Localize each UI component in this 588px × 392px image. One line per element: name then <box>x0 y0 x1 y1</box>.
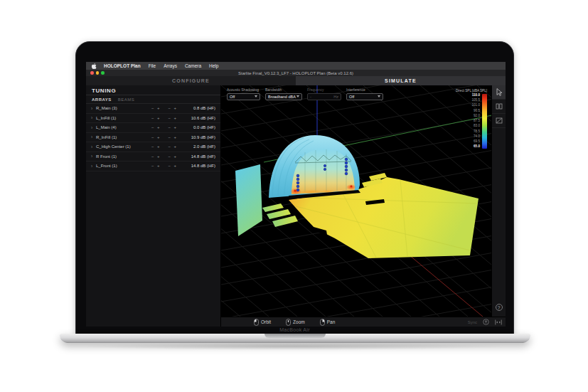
tab-configure[interactable]: CONFIGURE <box>86 76 296 85</box>
select-tool-button[interactable] <box>492 85 506 100</box>
laptop-bezel: HOLOPLOT Plan File Arrays Camera Help St… <box>75 41 514 334</box>
help-icon: ? <box>498 305 501 310</box>
mouse-wheel-icon <box>286 319 291 326</box>
menu-bar: HOLOPLOT Plan File Arrays Camera Help <box>86 62 506 70</box>
chart-icon <box>496 117 503 124</box>
frequency-unit: Hz <box>333 95 338 99</box>
mouse-left-button-icon <box>254 319 259 326</box>
scene: HOLOPLOT Plan File Arrays Camera Help St… <box>0 0 588 392</box>
trim-minus-button[interactable]: − <box>168 125 171 129</box>
menu-camera[interactable]: Camera <box>185 63 201 68</box>
laptop-shadow <box>81 343 509 350</box>
bandwidth-select[interactable]: Broadband dBA <box>265 93 302 100</box>
menu-arrays[interactable]: Arrays <box>164 63 177 68</box>
gain-minus-button[interactable]: − <box>151 164 154 168</box>
gain-plus-button[interactable]: + <box>157 125 160 129</box>
array-row[interactable]: › R_Main (3) −+−+ 0.8 dB (HF) <box>86 104 220 114</box>
tab-simulate[interactable]: SIMULATE <box>296 76 506 85</box>
acoustic-shadowing-value: Off <box>230 95 235 99</box>
array-gain-value: 0.8 dB (HF) <box>183 106 215 110</box>
pan-label: Pan <box>327 319 336 324</box>
trim-plus-button[interactable]: + <box>173 154 176 159</box>
expand-chevron-icon[interactable]: › <box>91 144 96 149</box>
gain-minus-button[interactable]: − <box>151 116 154 120</box>
recenter-icon[interactable] <box>483 319 489 325</box>
window-title: Starlite Final_V0.12.3_LF7 - HOLOPLOT Pl… <box>86 71 506 75</box>
array-gain-value: 14.8 dB (HF) <box>183 164 215 168</box>
array-row[interactable]: › C_High Center (1) −+−+ 2.0 dB (HF) <box>86 142 220 152</box>
trim-minus-button[interactable]: − <box>168 116 171 120</box>
expand-chevron-icon[interactable]: › <box>91 115 96 120</box>
trim-minus-button[interactable]: − <box>168 106 171 110</box>
laptop: HOLOPLOT Plan File Arrays Camera Help St… <box>60 41 530 347</box>
array-row[interactable]: › L_InFill (1) −+−+ 10.6 dB (HF) <box>86 114 220 124</box>
response-chart-button[interactable] <box>492 114 506 128</box>
gain-minus-button[interactable]: − <box>151 125 154 129</box>
fit-view-icon[interactable] <box>495 319 502 325</box>
expand-chevron-icon[interactable]: › <box>91 134 96 139</box>
gain-plus-button[interactable]: + <box>157 135 160 139</box>
trim-minus-button[interactable]: − <box>168 135 171 139</box>
array-row[interactable]: › R Front (1) −+−+ 14.8 dB (HF) <box>86 152 220 162</box>
trim-minus-button[interactable]: − <box>168 164 171 168</box>
help-button[interactable]: ? <box>496 304 503 311</box>
gain-minus-button[interactable]: − <box>151 106 154 110</box>
legend-colorbar <box>482 94 487 149</box>
trim-plus-button[interactable]: + <box>173 106 176 110</box>
interference-label: Interference <box>346 88 383 92</box>
laptop-base <box>60 334 530 343</box>
mode-tab-bar: CONFIGURE SIMULATE <box>86 76 506 85</box>
trim-plus-button[interactable]: + <box>173 125 176 129</box>
gain-minus-button[interactable]: − <box>151 144 154 149</box>
gain-plus-button[interactable]: + <box>157 144 160 149</box>
tab-arrays[interactable]: ARRAYS <box>92 97 112 102</box>
array-name: L_Main (4) <box>96 125 151 129</box>
array-row[interactable]: › R_InFill (1) −+−+ 10.9 dB (HF) <box>86 133 220 143</box>
zoom-hint: Zoom <box>286 319 305 326</box>
expand-chevron-icon[interactable]: › <box>91 154 96 159</box>
frequency-input[interactable]: - Hz <box>307 93 341 100</box>
expand-chevron-icon[interactable]: › <box>91 164 96 169</box>
spl-legend: Direct SPL [dBA SPL] 110.0 105.5 101.0 9… <box>443 89 487 149</box>
tuning-sidebar: TUNING ARRAYS BEAMS › R_Main (3) −+−+ 0.… <box>86 85 221 327</box>
gain-plus-button[interactable]: + <box>157 164 160 168</box>
trim-plus-button[interactable]: + <box>173 135 176 139</box>
expand-chevron-icon[interactable]: › <box>91 125 96 130</box>
tab-beams[interactable]: BEAMS <box>118 97 135 102</box>
expand-chevron-icon[interactable]: › <box>91 106 96 111</box>
menu-help[interactable]: Help <box>209 63 218 68</box>
app-screen: HOLOPLOT Plan File Arrays Camera Help St… <box>86 62 506 327</box>
chevron-down-icon <box>255 95 257 97</box>
array-row[interactable]: › L_Front (1) −+−+ 14.8 dB (HF) <box>86 161 220 171</box>
gain-plus-button[interactable]: + <box>157 106 160 110</box>
legend-ticks: 110.0 105.5 101.0 96.5 92.0 87.5 83.0 78… <box>472 94 481 149</box>
trim-plus-button[interactable]: + <box>173 116 176 120</box>
menu-file[interactable]: File <box>149 63 156 68</box>
bandwidth-value: Broadband dBA <box>268 95 296 99</box>
array-row[interactable]: › L_Main (4) −+−+ 0.0 dB (HF) <box>86 123 220 133</box>
zoom-label: Zoom <box>293 319 305 324</box>
compare-views-button[interactable] <box>492 100 506 114</box>
sync-button[interactable]: Sync <box>468 320 477 324</box>
trim-minus-button[interactable]: − <box>168 154 171 159</box>
array-name: C_High Center (1) <box>96 144 151 149</box>
apple-menu-icon[interactable] <box>92 63 97 69</box>
array-gain-value: 14.8 dB (HF) <box>183 154 215 159</box>
chevron-down-icon <box>378 95 380 97</box>
acoustic-shadowing-select[interactable]: Off <box>227 93 260 100</box>
sidebar-title: TUNING <box>86 85 220 95</box>
gain-minus-button[interactable]: − <box>151 135 154 139</box>
interference-value: Off <box>349 95 354 99</box>
array-gain-value: 0.0 dB (HF) <box>183 125 215 129</box>
gain-plus-button[interactable]: + <box>157 154 160 159</box>
menu-app[interactable]: HOLOPLOT Plan <box>104 63 141 68</box>
trim-plus-button[interactable]: + <box>173 164 176 168</box>
interference-select[interactable]: Off <box>346 93 383 100</box>
array-gain-value: 2.0 dB (HF) <box>183 144 215 149</box>
stage-steps-left <box>262 203 298 227</box>
gain-plus-button[interactable]: + <box>157 116 160 120</box>
trim-minus-button[interactable]: − <box>168 144 171 149</box>
trim-plus-button[interactable]: + <box>173 144 176 149</box>
gain-minus-button[interactable]: − <box>151 154 154 159</box>
array-name: R_Main (3) <box>96 106 151 110</box>
